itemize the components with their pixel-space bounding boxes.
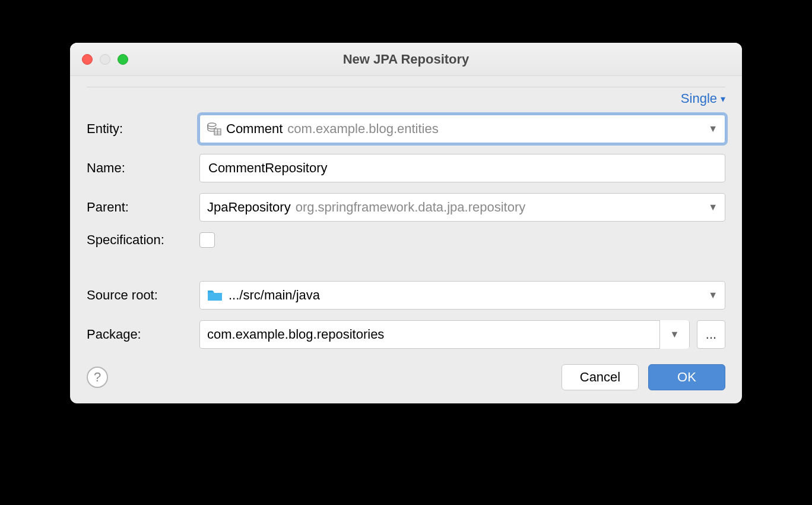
database-entity-icon [207,122,221,135]
parent-field[interactable]: JpaRepository org.springframework.data.j… [199,193,725,222]
mode-label: Single [681,91,717,106]
entity-package: com.example.blog.entities [287,121,438,137]
titlebar: New JPA Repository [70,43,742,76]
chevron-down-icon: ▼ [708,290,718,301]
dialog-title: New JPA Repository [70,52,742,67]
source-root-label: Source root: [87,288,199,303]
help-icon: ? [94,370,101,385]
ok-button[interactable]: OK [648,364,725,390]
package-field[interactable]: com.example.blog.repositories ▼ [199,320,690,349]
package-dropdown-button[interactable]: ▼ [659,320,689,349]
source-root-value: .../src/main/java [229,288,320,303]
parent-package: org.springframework.data.jpa.repository [296,200,526,215]
cancel-button[interactable]: Cancel [562,364,639,390]
help-button[interactable]: ? [87,367,108,388]
name-input[interactable] [207,160,718,176]
folder-icon [207,289,223,301]
chevron-down-icon: ▾ [721,93,725,105]
package-label: Package: [87,327,199,342]
entity-label: Entity: [87,121,199,137]
ellipsis-icon: ... [706,327,716,342]
source-root-field[interactable]: .../src/main/java ▼ [199,281,725,310]
chevron-down-icon: ▼ [670,329,680,340]
entity-value: Comment [226,121,283,137]
chevron-down-icon: ▼ [708,124,718,134]
chevron-down-icon: ▼ [708,202,718,213]
name-label: Name: [87,160,199,176]
specification-label: Specification: [87,232,199,248]
new-jpa-repository-dialog: New JPA Repository Single ▾ Entity: [70,43,742,403]
package-value: com.example.blog.repositories [207,327,659,342]
parent-value: JpaRepository [207,200,291,215]
mode-selector[interactable]: Single ▾ [681,91,725,106]
specification-checkbox[interactable] [199,232,215,248]
parent-label: Parent: [87,200,199,215]
entity-field[interactable]: Comment com.example.blog.entities ▼ [199,115,725,143]
name-field[interactable] [199,154,725,182]
package-browse-button[interactable]: ... [697,320,725,349]
svg-point-0 [208,123,216,127]
